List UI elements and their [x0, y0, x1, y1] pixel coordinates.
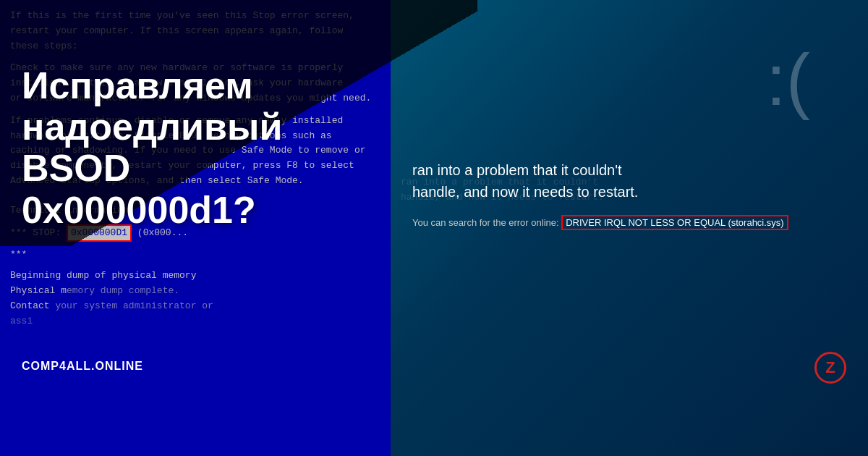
error-search-line: You can search for the error online: DRI… — [412, 217, 846, 228]
dump-info: Beginning dump of physical memory Physic… — [10, 269, 380, 329]
right-bsod-panel: ran into a problem that it couldn't hand… — [391, 0, 868, 456]
site-label: COMP4ALL.ONLINE — [22, 360, 143, 373]
z-logo: Z — [814, 352, 846, 384]
sad-face-icon: :( — [766, 43, 810, 116]
main-container: If this is the first time you've seen th… — [0, 0, 868, 456]
stars-line: *** — [10, 248, 380, 263]
main-title: Исправляем надоедливый BSOD 0x000000d1? — [22, 65, 369, 231]
right-panel-text: ran into a problem that it couldn't hand… — [412, 159, 846, 228]
bsod-intro: If this is the first time you've seen th… — [10, 9, 380, 54]
error-code: DRIVER IRQL NOT LESS OR EQUAL (storahci.… — [561, 215, 788, 230]
bsod-problem-text: ran into a problem that it couldn't hand… — [412, 159, 846, 203]
overlay-title: Исправляем надоедливый BSOD 0x000000d1? — [22, 65, 369, 231]
